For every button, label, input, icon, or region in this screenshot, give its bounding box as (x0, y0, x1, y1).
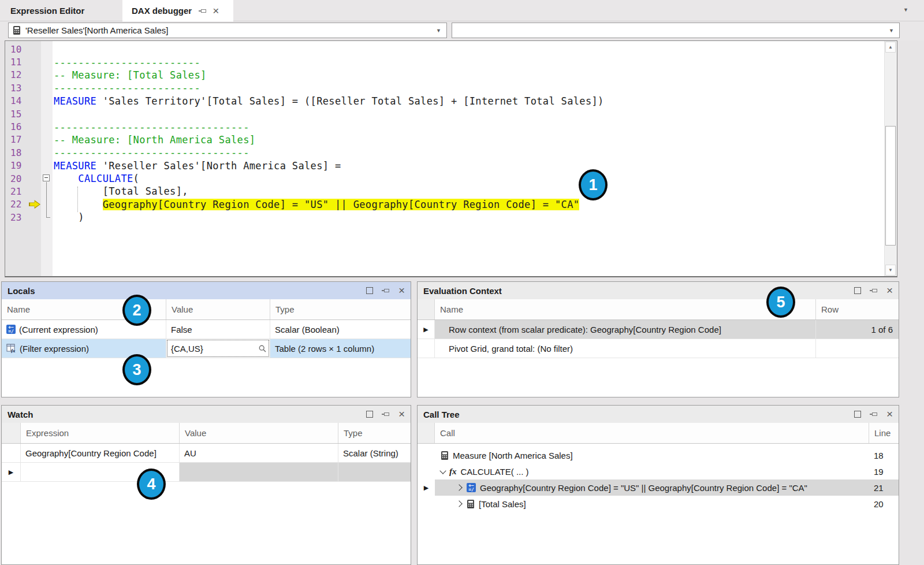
float-window-icon[interactable] (854, 287, 861, 294)
chevron-right-icon[interactable] (456, 484, 462, 490)
line-number: 22 (5, 199, 28, 210)
tab-expression-editor[interactable]: Expression Editor (0, 0, 122, 21)
line-number: 16 (5, 121, 28, 132)
evaluation-context-rows: ▶Row context (from scalar predicate): Ge… (418, 320, 899, 358)
code-line[interactable]: 13------------------------ (5, 81, 884, 94)
table-row[interactable]: Geography[Country Region Code]AUScalar (… (2, 444, 411, 463)
svg-text:fx: fx (11, 348, 16, 353)
breakpoint-margin (28, 211, 41, 224)
breakpoint-margin (28, 55, 41, 68)
tree-row[interactable]: Measure [North America Sales]18 (418, 447, 899, 463)
scrollbar-thumb[interactable] (885, 126, 896, 246)
column-header-expression[interactable]: Expression (21, 423, 180, 443)
table-row[interactable]: +−=∕(Current expression)FalseScalar (Boo… (2, 320, 411, 339)
chevron-down-icon[interactable] (439, 467, 446, 474)
column-header-value[interactable]: Value (180, 423, 338, 443)
tree-row[interactable]: [Total Sales]20 (418, 496, 899, 512)
close-icon[interactable]: × (213, 7, 219, 15)
column-header-call[interactable]: Call (435, 423, 869, 443)
tab-dax-debugger[interactable]: DAX debugger × (122, 0, 233, 21)
evaluation-context-titlebar: Evaluation Context × (418, 282, 899, 299)
column-header-row[interactable]: Row (816, 299, 899, 319)
close-icon[interactable]: × (398, 287, 405, 295)
magnifier-icon[interactable] (259, 345, 266, 352)
chevron-down-icon[interactable]: ▼ (436, 28, 446, 34)
code-text: ------------------------ (53, 57, 200, 68)
chevron-right-icon[interactable] (456, 500, 462, 507)
code-line[interactable]: 23 ) (5, 211, 884, 224)
code-line[interactable]: 12-- Measure: [Total Sales] (5, 69, 884, 81)
line-cell: 19 (869, 463, 899, 479)
name-cell: Pivot Grid, grand total: (No filter) (435, 339, 816, 358)
pin-icon[interactable] (382, 410, 390, 418)
column-header-line[interactable]: Line (869, 423, 899, 443)
evaluation-context-panel: Evaluation Context × Name Row ▶Row conte… (417, 281, 899, 397)
close-icon[interactable]: × (886, 287, 893, 295)
float-window-icon[interactable] (366, 411, 373, 418)
value-editor[interactable]: {CA,US} (166, 339, 270, 358)
code-line[interactable]: 15 (5, 107, 884, 120)
scroll-up-icon[interactable]: ▲ (885, 42, 896, 53)
code-text: MEASURE 'Sales Territory'[Total Sales] =… (53, 95, 604, 107)
line-number: 23 (5, 212, 28, 223)
watch-panel: Watch × Expression Value Type Geography[… (1, 405, 411, 565)
tab-list-caret-icon[interactable]: ▼ (903, 7, 908, 13)
table-row[interactable]: fx(Filter expression){CA,US}Table (2 row… (2, 339, 411, 358)
code-text: ------------------------ (53, 82, 200, 94)
table-row[interactable]: Pivot Grid, grand total: (No filter) (418, 339, 899, 358)
chevron-down-icon[interactable]: ▼ (889, 28, 899, 34)
float-window-icon[interactable] (366, 287, 373, 294)
close-icon[interactable]: × (398, 410, 405, 418)
fold-collapse-icon[interactable] (43, 174, 50, 181)
code-line[interactable]: 14MEASURE 'Sales Territory'[Total Sales]… (5, 95, 884, 107)
call-cell: fxCALCULATE( ... ) (435, 463, 869, 479)
code-editor[interactable]: 1011------------------------12-- Measure… (5, 40, 897, 277)
panel-title: Evaluation Context (423, 286, 502, 296)
code-line[interactable]: 20 CALCULATE( (5, 172, 884, 185)
fold-cell (41, 55, 53, 68)
pin-icon[interactable] (870, 287, 878, 295)
column-header-name[interactable]: Name (435, 299, 816, 319)
code-line[interactable]: 21 [Total Sales], (5, 185, 884, 198)
tree-row[interactable]: ▶+−=∕Geography[Country Region Code] = "U… (418, 479, 899, 496)
column-header-type[interactable]: Type (270, 299, 411, 319)
line-cell: 21 (869, 479, 899, 496)
line-number: 11 (5, 57, 28, 68)
code-line[interactable]: 18-------------------------------- (5, 146, 884, 159)
fold-cell (41, 120, 53, 133)
scroll-down-icon[interactable]: ▼ (885, 265, 896, 276)
float-window-icon[interactable] (854, 411, 861, 418)
code-line[interactable]: 22 Geography[Country Region Code] = "US"… (5, 198, 884, 211)
code-line[interactable]: 11------------------------ (5, 55, 884, 68)
table-row[interactable]: ▶Row context (from scalar predicate): Ge… (418, 320, 899, 339)
code-line[interactable]: 10 (5, 43, 884, 55)
line-number: 20 (5, 173, 28, 184)
secondary-selector[interactable]: ▼ (452, 23, 900, 38)
type-cell: Scalar (String) (338, 444, 411, 462)
row-indicator: ▶ (418, 479, 435, 496)
pin-icon[interactable] (382, 287, 390, 295)
column-header-type[interactable]: Type (338, 423, 411, 443)
row-indicator (418, 447, 435, 463)
code-line[interactable]: 19MEASURE 'Reseller Sales'[North America… (5, 159, 884, 172)
table-row[interactable]: ▶ (2, 463, 411, 482)
fold-cell (41, 198, 53, 211)
code-line[interactable]: 17-- Measure: [North America Sales] (5, 133, 884, 146)
close-icon[interactable]: × (886, 410, 893, 418)
value-cell: False (166, 320, 270, 339)
code-line[interactable]: 16-------------------------------- (5, 120, 884, 133)
fold-cell[interactable] (41, 172, 53, 185)
column-header-value[interactable]: Value (166, 299, 270, 319)
calculator-icon (13, 25, 21, 35)
pin-icon[interactable] (199, 7, 207, 15)
tree-row[interactable]: fxCALCULATE( ... )19 (418, 463, 899, 479)
editor-vertical-scrollbar[interactable]: ▲ ▼ (884, 41, 897, 276)
code-text: Geography[Country Region Code] = "US" ||… (53, 199, 579, 210)
value-cell (180, 463, 338, 481)
breakpoint-margin (28, 172, 41, 185)
expression-selector[interactable]: 'Reseller Sales'[North America Sales] ▼ (8, 23, 447, 38)
current-statement-arrow-icon (29, 200, 40, 209)
code-text: -- Measure: [Total Sales] (53, 69, 207, 81)
row-indicator: ▶ (418, 320, 435, 339)
pin-icon[interactable] (870, 410, 878, 418)
